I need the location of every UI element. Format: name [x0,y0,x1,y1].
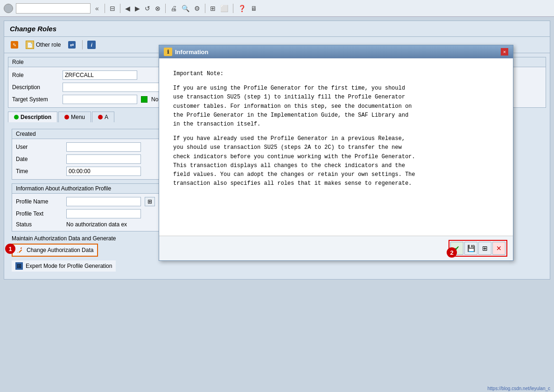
expert-mode-label: Expert Mode for Profile Generation [26,263,112,269]
profile-name-input[interactable] [66,197,141,206]
dialog-paragraph-2: If you have already used the Profile Gen… [173,134,499,188]
role-input[interactable] [63,70,137,80]
svg-marker-1 [17,252,18,253]
auth-profile-section: Information About Authorization Profile … [12,183,163,231]
dialog-body: Important Note: If you are using the Pro… [159,58,513,236]
left-column: Created User Date Time [8,125,167,275]
menu-tab-icon [64,115,69,119]
auth-profile-body: Profile Name ⊞ Profile Text Status No au… [12,194,162,231]
watermark: https://blog.csdn.net/leyulan_c [487,386,550,391]
separator-5 [233,4,233,13]
monitor-icon[interactable]: 🖥 [250,5,258,12]
description-tab-label: Description [21,114,51,120]
pencil-icon [16,246,24,254]
information-dialog: ℹ Information × Important Note: If you a… [159,45,513,261]
toolbar-input[interactable] [16,3,91,14]
dialog-paragraph-1: If you are using the Profile Generator f… [173,84,499,129]
dialog-info-icon: ℹ [164,48,172,56]
user-field-row: User [16,141,159,153]
description-tab-icon [14,115,19,119]
profile-text-input[interactable] [66,209,141,218]
stop-icon[interactable]: ⊗ [154,5,161,12]
profile-name-label: Profile Name [16,198,63,205]
separator-6 [82,40,83,49]
dialog-titlebar: ℹ Information × [159,45,513,58]
date-field-row: Date [16,153,159,165]
toolbar-nav: « [93,5,101,12]
footer-buttons-group: ✔ 💾 ⊞ ✕ [449,240,507,257]
top-toolbar: « ⊟ ◀ ▶ ↺ ⊗ 🖨 🔍 ⚙ ⊞ ⬜ ❓ 🖥 [0,0,554,17]
info-icon[interactable]: i [87,41,96,49]
created-header: Created [12,129,162,139]
profile-text-row: Profile Text [16,208,159,220]
separator-4 [205,4,205,13]
created-section: Created User Date Time [12,129,163,180]
save-icon[interactable]: ⊟ [109,5,116,12]
refresh-icon[interactable]: ↺ [144,5,151,12]
dialog-cancel-btn[interactable]: ✕ [492,242,505,255]
green-indicator [141,96,147,103]
created-body: User Date Time [12,139,162,179]
role-label: Role [12,72,59,78]
forward-icon[interactable]: ▶ [134,5,141,12]
separator-1 [105,4,105,13]
time-field-row: Time [16,165,159,177]
transport-btn[interactable]: ⇄ [66,40,77,49]
dialog-print-btn[interactable]: ⊞ [478,242,491,255]
change-auth-label: Change Authorization Data [27,247,93,253]
layout-icon[interactable]: ⊞ [209,5,217,12]
find-icon[interactable]: 🔍 [181,5,190,12]
target-system-input[interactable] [63,95,137,104]
dialog-important-note: Important Note: [173,70,499,78]
change-auth-btn[interactable]: Change Authorization Data [12,244,98,257]
separator-2 [120,4,120,13]
settings-icon[interactable]: ⚙ [193,5,201,12]
user-label: User [16,144,63,150]
other-role-btn[interactable]: 📄 Other role [24,40,63,50]
maintain-section: Maintain Authorization Data and Generate… [12,235,163,272]
change-auth-wrapper: 1 Change Authorization Data [12,244,163,257]
svg-rect-2 [21,247,22,249]
edit-role-btn[interactable]: ✎ [9,40,20,49]
auth-tab-icon [98,115,103,119]
user-input[interactable] [66,142,141,152]
tab-auth[interactable]: A [92,112,114,122]
other-role-icon: 📄 [26,41,34,49]
back-icon[interactable]: ◀ [124,5,131,12]
time-input[interactable] [66,167,141,176]
tab-description[interactable]: Description [8,112,57,122]
badge-1: 1 [5,244,15,254]
date-label: Date [16,156,63,162]
print-icon[interactable]: 🖨 [169,5,178,12]
help-icon[interactable]: ❓ [237,5,247,12]
toolbar-circle [4,4,13,13]
expert-icon: ⊞ [15,262,23,270]
time-label: Time [16,168,63,175]
dialog-close-btn[interactable]: × [501,48,508,56]
maintain-title: Maintain Authorization Data and Generate [12,235,163,242]
auth-profile-header: Information About Authorization Profile [12,184,162,194]
status-value: No authorization data ex [66,221,127,228]
target-system-label: Target System [12,96,59,103]
dialog-save-btn[interactable]: 💾 [464,242,477,255]
expert-mode-btn[interactable]: ⊞ Expert Mode for Profile Generation [12,260,116,272]
tab-menu[interactable]: Menu [58,112,91,122]
edit-role-icon: ✎ [11,41,18,49]
panel-title-text: Change Roles [10,25,56,33]
badge-2: 2 [447,247,457,258]
description-label: Description [12,84,59,91]
panel-title: Change Roles [4,21,550,37]
status-row: Status No authorization data ex [16,220,159,229]
date-input[interactable] [66,154,141,164]
profile-lookup-btn[interactable]: ⊞ [145,197,155,206]
status-label: Status [16,221,63,228]
window-icon[interactable]: ⬜ [219,5,229,12]
svg-rect-0 [19,250,22,253]
menu-tab-label: Menu [71,114,85,120]
profile-name-row: Profile Name ⊞ [16,196,159,208]
dialog-title-text: Information [175,49,209,56]
other-role-label: Other role [36,42,61,48]
transport-icon: ⇄ [68,41,76,49]
profile-text-label: Profile Text [16,210,63,217]
separator-3 [165,4,166,13]
